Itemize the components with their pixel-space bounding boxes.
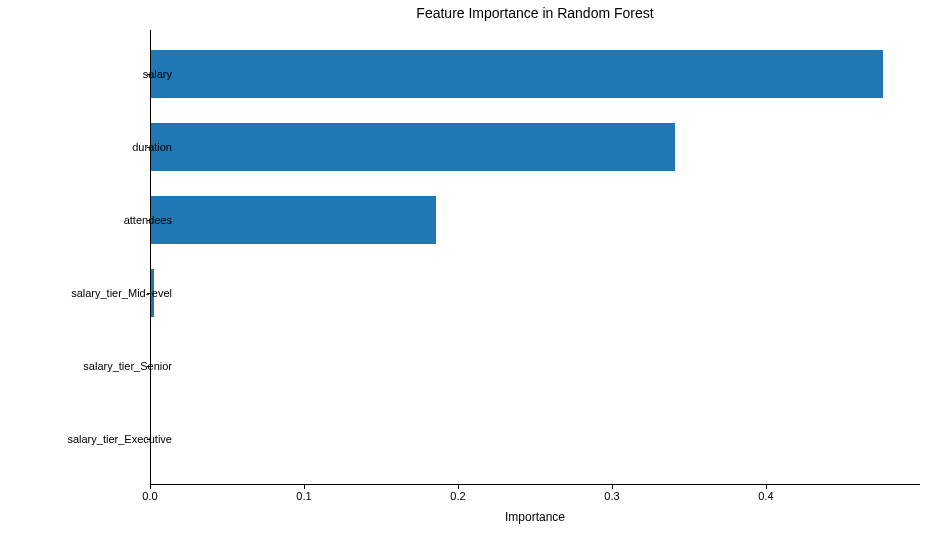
y-tick-label-salary: salary: [32, 69, 172, 80]
x-tick-label-2: 0.2: [450, 490, 465, 502]
chart-title: Feature Importance in Random Forest: [150, 5, 920, 21]
bar-salary: [151, 50, 883, 98]
x-tick-label-3: 0.3: [604, 490, 619, 502]
chart-container: 0.0 0.1 0.2 0.3 0.4 Importance: [150, 30, 920, 505]
x-tick: [150, 485, 151, 489]
bar-attendees: [151, 196, 436, 244]
x-tick: [766, 485, 767, 489]
x-tick-label-1: 0.1: [296, 490, 311, 502]
bar-duration: [151, 123, 675, 171]
x-tick: [458, 485, 459, 489]
x-tick-label-0: 0.0: [142, 490, 157, 502]
x-tick: [612, 485, 613, 489]
plot-area: [150, 30, 920, 485]
y-tick-label-attendees: attendees: [32, 215, 172, 226]
y-tick-label-duration: duration: [32, 142, 172, 153]
y-tick-label-mid-level: salary_tier_Mid-level: [32, 288, 172, 299]
x-tick: [304, 485, 305, 489]
x-axis-label: Importance: [150, 510, 920, 524]
y-tick-label-senior: salary_tier_Senior: [32, 361, 172, 372]
y-tick-label-executive: salary_tier_Executive: [32, 434, 172, 445]
x-tick-label-4: 0.4: [758, 490, 773, 502]
